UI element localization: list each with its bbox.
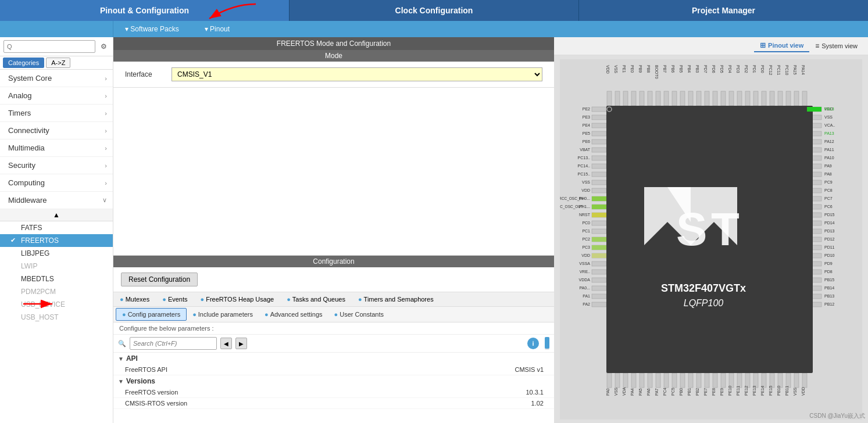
svg-text:PD7: PD7 [703,65,708,73]
versions-section-header[interactable]: ▼ Versions [113,375,554,387]
tab-categories[interactable]: Categories [3,58,44,68]
chip-svg: VDD VSS PE1 PE0 PB9 PB8 BOOT0 PB7 PB6 PB… [560,59,862,420]
empty-check-icon [10,300,19,309]
check-icon: ✔ [10,236,19,245]
freertos-title: FREERTOS Mode and Configuration [113,37,554,50]
svg-rect-30 [623,91,628,106]
svg-text:PE7: PE7 [703,388,708,395]
check-icon: ● [334,311,338,318]
subnav-pinout[interactable]: ▾ Pinout [193,21,244,37]
tab-az[interactable]: A->Z [46,58,70,68]
svg-rect-190 [807,107,821,112]
svg-text:PB0: PB0 [679,388,683,395]
svg-rect-72 [762,373,766,388]
middleware-item-fatfs[interactable]: FATFS [0,221,113,234]
tab-heap-usage[interactable]: ● FreeRTOS Heap Usage [194,292,281,306]
svg-rect-81 [592,131,606,136]
chevron-right-icon: › [105,110,107,117]
info-button[interactable]: i [527,338,539,349]
svg-text:PB9: PB9 [638,65,642,73]
middleware-item-freertos[interactable]: ✔ FREERTOS [0,234,113,247]
svg-rect-101 [592,294,606,299]
svg-text:PB10: PB10 [777,385,781,395]
middleware-header[interactable]: Middleware ∨ [0,192,113,209]
sidebar-item-connectivity[interactable]: Connectivity › [0,122,113,139]
svg-rect-71 [753,373,758,388]
svg-text:PE4: PE4 [583,123,590,127]
svg-text:PB13: PB13 [824,294,834,298]
svg-rect-55 [623,373,628,388]
param-tab-user-constants[interactable]: ● User Constants [328,309,390,320]
svg-rect-77 [802,373,807,388]
check-icon: ● [120,296,124,303]
interface-select[interactable]: CMSIS_V1 CMSIS_V2 [172,67,542,81]
search-input[interactable] [3,40,95,53]
tab-project-manager[interactable]: Project Manager [579,0,868,21]
config-search-input[interactable] [130,337,217,350]
svg-text:VDA: VDA [622,387,626,396]
svg-text:PB7: PB7 [663,65,667,73]
middleware-item-libjpeg[interactable]: LIBJPEG [0,247,113,260]
svg-rect-78 [592,107,606,112]
svg-text:PC2: PC2 [582,237,590,241]
gear-icon[interactable]: ⚙ [98,41,109,52]
svg-rect-80 [592,123,606,128]
sidebar-item-security[interactable]: Security › [0,157,113,174]
tab-mutexes[interactable]: ● Mutexes [113,292,156,306]
api-section-header[interactable]: ▼ API [113,353,554,364]
svg-text:PB4: PB4 [687,65,691,73]
svg-text:PE6: PE6 [583,139,590,144]
tab-system-view[interactable]: ≡ System view [809,40,863,52]
svg-text:PA13: PA13 [824,107,834,111]
middleware-item-mbedtls[interactable]: MBEDTLS [0,273,113,285]
chevron-right-icon: › [105,145,107,152]
svg-text:PD6: PD6 [712,65,716,73]
svg-rect-35 [664,91,669,106]
nav-prev-button[interactable]: ◀ [220,338,232,349]
scrollbar[interactable] [545,337,549,350]
nav-next-button[interactable]: ▶ [235,338,247,349]
svg-rect-65 [705,373,709,388]
sidebar-item-analog[interactable]: Analog › [0,87,113,105]
svg-text:VSSA: VSSA [579,261,590,266]
arrow-down-icon: ▼ [118,356,124,362]
tab-pinout-view[interactable]: ⊞ Pinout view [754,40,809,52]
param-tab-config[interactable]: ● Config parameters [116,308,187,321]
param-tab-advanced[interactable]: ● Advanced settings [259,309,328,320]
tab-timers-semaphores[interactable]: ● Timers and Semaphores [352,292,440,306]
svg-rect-44 [737,91,742,106]
scroll-up-button[interactable]: ▲ [0,209,113,221]
svg-text:VSS: VSS [793,387,797,395]
sidebar-item-computing[interactable]: Computing › [0,174,113,192]
sidebar-item-multimedia[interactable]: Multimedia › [0,139,113,157]
svg-rect-49 [778,91,783,106]
config-tabs-row: ● Mutexes ● Events ● FreeRTOS Heap Usage… [113,292,554,307]
tab-clock-config[interactable]: Clock Configuration [290,0,579,21]
svg-text:PC15..: PC15.. [578,172,590,176]
config-search-row: 🔍 ◀ ▶ i [113,335,554,353]
reset-config-button[interactable]: Reset Configuration [121,273,198,286]
svg-text:PD12: PD12 [824,237,835,241]
empty-check-icon [10,288,19,296]
subnav-software-packs[interactable]: ▾ Software Packs [113,21,193,37]
svg-rect-64 [696,373,701,388]
param-tab-include[interactable]: ● Include parameters [187,309,259,320]
svg-rect-61 [672,373,677,388]
middleware-item-usb-device: USB_DEVICE [0,298,113,311]
svg-rect-36 [672,91,677,106]
tab-events[interactable]: ● Events [156,292,194,306]
tab-tasks-queues[interactable]: ● Tasks and Queues [280,292,352,306]
empty-check-icon [10,275,19,283]
svg-text:PH1...: PH1... [579,205,591,209]
chevron-right-icon: › [105,162,107,169]
tab-pinout-config[interactable]: Pinout & Configuration [0,0,290,21]
svg-rect-194 [592,213,606,217]
svg-text:PC7: PC7 [824,196,833,200]
interface-label: Interface [125,70,166,78]
mode-header: Mode [113,50,554,62]
empty-check-icon [10,313,19,321]
svg-text:PC4: PC4 [663,388,667,396]
sidebar-item-timers[interactable]: Timers › [0,105,113,122]
svg-rect-28 [607,91,612,106]
sidebar-item-system-core[interactable]: System Core › [0,70,113,87]
